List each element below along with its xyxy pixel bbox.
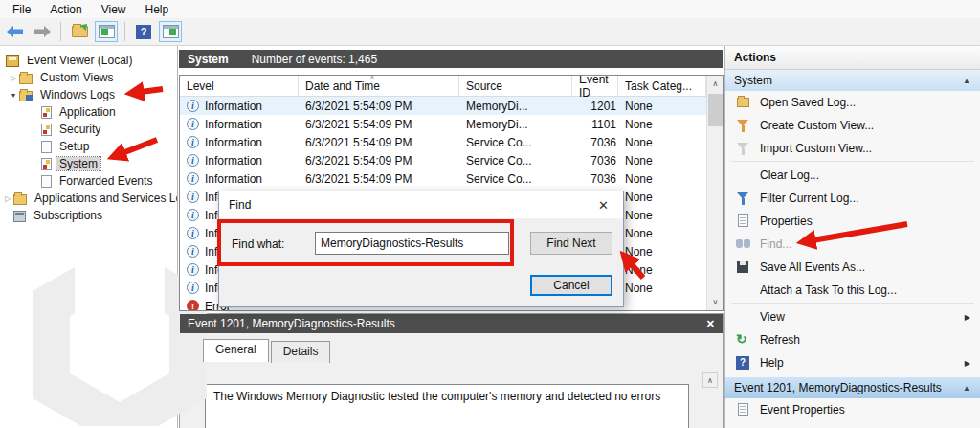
open-saved-log-icon: [735, 96, 751, 110]
action-event-properties[interactable]: Event Properties: [725, 398, 980, 421]
tree-root-event-viewer[interactable]: Event Viewer (Local): [0, 52, 177, 69]
show-action-pane-button[interactable]: [159, 21, 182, 42]
action-create-custom-view[interactable]: Create Custom View...: [725, 114, 980, 137]
menu-file[interactable]: File: [4, 2, 39, 17]
event-viewer-window: File Action View Help ? Event Viewer (L: [0, 0, 980, 428]
security-log-icon: [41, 124, 52, 136]
scroll-up-icon[interactable]: ∧: [707, 76, 724, 92]
action-attach-task[interactable]: Attach a Task To this Log...: [725, 279, 980, 302]
find-next-button[interactable]: Find Next: [530, 232, 612, 255]
expand-collapsed-icon[interactable]: ▷: [2, 194, 13, 203]
find-what-input[interactable]: [315, 232, 509, 255]
properties-icon: [735, 214, 751, 229]
clear-log-icon: [735, 169, 751, 183]
information-icon: i: [187, 245, 199, 258]
column-header-task-category[interactable]: Task Categ...: [618, 76, 706, 96]
scrollbar-thumb[interactable]: [708, 94, 723, 126]
column-header-date[interactable]: Date and Time: [299, 76, 459, 96]
column-header-source[interactable]: Source: [459, 76, 572, 96]
table-row[interactable]: iInformation 6/3/2021 5:54:09 PM Service…: [180, 133, 723, 151]
close-icon[interactable]: ✕: [706, 318, 715, 330]
action-filter-current-log[interactable]: Filter Current Log...: [725, 187, 980, 210]
tree-item-custom-views[interactable]: ▷ Custom Views: [0, 69, 177, 86]
show-console-tree-button[interactable]: [95, 21, 118, 42]
column-header-level[interactable]: Level: [180, 76, 299, 96]
back-button[interactable]: [4, 21, 27, 42]
tree-item-subscriptions[interactable]: Subscriptions: [0, 207, 177, 224]
tree-item-setup[interactable]: Setup: [0, 138, 177, 155]
forward-button[interactable]: [31, 21, 54, 42]
cell-category: None: [618, 169, 706, 188]
create-custom-view-icon: [735, 119, 751, 133]
tree-item-windows-logs[interactable]: ▾ Windows Logs: [0, 86, 177, 103]
detail-tab-strip: General Details: [180, 333, 723, 363]
submenu-arrow-icon: ▶: [965, 313, 970, 322]
back-icon: [7, 26, 24, 37]
action-label: Open Saved Log...: [760, 96, 856, 109]
event-count: Number of events: 1,465: [252, 53, 377, 66]
information-icon: i: [187, 209, 199, 221]
find-dialog-titlebar[interactable]: Find ✕: [219, 191, 623, 218]
cell-category: None: [618, 206, 706, 224]
action-view[interactable]: View ▶: [725, 305, 980, 328]
subscriptions-icon: [13, 211, 26, 222]
table-row[interactable]: iInformation 6/3/2021 5:54:09 PM MemoryD…: [180, 97, 723, 115]
collapse-icon[interactable]: ▲: [963, 384, 970, 393]
information-icon: i: [187, 118, 199, 130]
cell-category: None: [618, 115, 706, 133]
tree-item-forwarded-events[interactable]: Forwarded Events: [0, 172, 177, 190]
tree-item-label: Windows Logs: [37, 88, 118, 101]
actions-section-event[interactable]: Event 1201, MemoryDiagnostics-Results ▲: [725, 377, 980, 398]
tree-item-security[interactable]: Security: [0, 121, 177, 138]
actions-section-system[interactable]: System ▲: [725, 70, 980, 91]
tab-details[interactable]: Details: [271, 341, 331, 363]
action-label: Attach a Task To this Log...: [760, 283, 897, 297]
expand-collapsed-icon[interactable]: ▷: [8, 74, 19, 82]
menu-action[interactable]: Action: [41, 2, 90, 17]
action-clear-log[interactable]: Clear Log...: [725, 164, 980, 187]
cell-source: Service Co...: [459, 151, 572, 169]
information-icon: i: [187, 227, 199, 239]
action-find[interactable]: Find...: [725, 233, 980, 256]
table-header: ∧ Level Date and Time Source Event ID Ta…: [180, 76, 723, 97]
cell-datetime: 6/3/2021 5:54:09 PM: [299, 133, 459, 151]
table-row[interactable]: iInformation 6/3/2021 5:54:09 PM Service…: [180, 151, 723, 169]
menu-view[interactable]: View: [93, 2, 135, 17]
open-saved-log-button[interactable]: [68, 21, 91, 42]
scroll-down-icon[interactable]: ∨: [707, 294, 724, 310]
tree-item-applications-services[interactable]: ▷ Applications and Services Lo: [0, 190, 177, 207]
expand-open-icon[interactable]: ▾: [8, 91, 19, 100]
action-import-custom-view[interactable]: Import Custom View...: [725, 137, 980, 160]
detail-scroll-up-icon[interactable]: ∧: [702, 372, 718, 388]
find-dialog: Find ✕ Find what: Find Next Cancel: [218, 191, 624, 307]
help-button[interactable]: ?: [132, 21, 155, 42]
column-header-event-id[interactable]: Event ID: [572, 76, 618, 96]
sort-ascending-icon: ∧: [369, 75, 375, 81]
table-row[interactable]: iInformation 6/3/2021 5:54:09 PM MemoryD…: [180, 115, 723, 133]
menu-help[interactable]: Help: [137, 2, 178, 17]
action-help[interactable]: ? Help ▶: [725, 351, 980, 374]
close-icon[interactable]: ✕: [593, 198, 613, 213]
tree-item-system[interactable]: System: [0, 155, 177, 172]
help-icon: ?: [735, 356, 751, 371]
action-save-all-events[interactable]: Save All Events As...: [725, 256, 980, 279]
custom-views-folder-icon: [19, 74, 33, 84]
table-row[interactable]: iInformation 6/3/2021 5:54:09 PM Service…: [180, 169, 723, 188]
cell-event-id: 7036: [572, 169, 618, 188]
cell-source: MemoryDi...: [459, 115, 572, 133]
vertical-scrollbar[interactable]: ∧ ∨: [706, 76, 723, 310]
tab-general[interactable]: General: [203, 339, 269, 362]
action-label: View: [760, 310, 785, 324]
cell-event-id: 1201: [572, 97, 618, 115]
section-header-label: Event 1201, MemoryDiagnostics-Results: [734, 381, 942, 394]
find-binoculars-icon: [735, 237, 751, 252]
action-properties[interactable]: Properties: [725, 210, 980, 233]
tree-item-application[interactable]: Application: [0, 103, 177, 121]
information-icon: i: [187, 136, 199, 148]
action-label: Properties: [760, 214, 813, 228]
action-label: Filter Current Log...: [760, 191, 858, 205]
collapse-icon[interactable]: ▲: [963, 77, 970, 85]
cancel-button[interactable]: Cancel: [530, 275, 612, 296]
action-refresh[interactable]: ↻ Refresh: [725, 328, 980, 351]
action-open-saved-log[interactable]: Open Saved Log...: [725, 91, 980, 114]
